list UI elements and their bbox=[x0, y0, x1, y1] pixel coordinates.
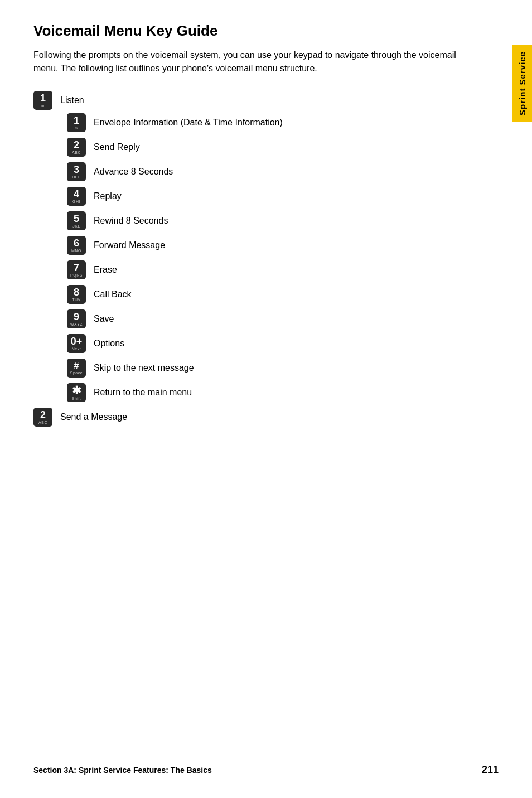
key-sub: ∞ bbox=[75, 126, 78, 130]
intro-text: Following the prompts on the voicemail s… bbox=[33, 49, 468, 75]
key-button: 2 ABC bbox=[67, 138, 86, 157]
key-sub: Space bbox=[70, 371, 83, 375]
key-sub: DEF bbox=[72, 175, 81, 179]
sub-level-item: 1 ∞ Envelope Information (Date & Time In… bbox=[67, 113, 499, 132]
key-main: 9 bbox=[74, 312, 79, 322]
key-main: 1 bbox=[74, 115, 79, 125]
item-label: Options bbox=[94, 338, 124, 349]
item-label: Replay bbox=[94, 191, 122, 201]
key-button: 9 WXYZ bbox=[67, 309, 86, 328]
key-sub: Shift bbox=[72, 396, 81, 400]
sub-level-item: 8 TUV Call Back bbox=[67, 285, 499, 304]
key-button: 4 GHI bbox=[67, 187, 86, 206]
key-main: 8 bbox=[74, 287, 79, 297]
key-main: # bbox=[74, 361, 79, 370]
page-container: Sprint Service Voicemail Menu Key Guide … bbox=[0, 0, 532, 798]
item-label: Erase bbox=[94, 265, 117, 275]
item-label: Envelope Information (Date & Time Inform… bbox=[94, 118, 283, 128]
sub-level-item: 9 WXYZ Save bbox=[67, 309, 499, 328]
key-button: 3 DEF bbox=[67, 162, 86, 181]
item-label: Send Reply bbox=[94, 142, 140, 152]
item-label: Save bbox=[94, 314, 114, 324]
key-main: 2 bbox=[40, 410, 46, 420]
footer: Section 3A: Sprint Service Features: The… bbox=[0, 758, 532, 776]
sub-level-item: ✱ Shift Return to the main menu bbox=[67, 383, 499, 402]
key-sub: PQRS bbox=[70, 273, 83, 277]
key-sub: Next bbox=[72, 347, 81, 351]
top-level-item: 2 ABC Send a Message bbox=[33, 408, 499, 427]
key-sub: MNO bbox=[71, 249, 81, 253]
key-main: 3 bbox=[74, 165, 79, 175]
key-sub: ∞ bbox=[41, 104, 45, 108]
menu-list: 1 ∞ Listen 1 ∞ Envelope Information (Dat… bbox=[33, 91, 499, 427]
key-button: 5 JKL bbox=[67, 211, 86, 230]
sub-level-item: 0+ Next Options bbox=[67, 334, 499, 353]
sub-level-item: 2 ABC Send Reply bbox=[67, 138, 499, 157]
sprint-tab: Sprint Service bbox=[512, 45, 532, 122]
key-main: 4 bbox=[74, 189, 79, 199]
key-sub: JKL bbox=[72, 224, 80, 228]
key-button: 1 ∞ bbox=[33, 91, 52, 110]
item-label: Skip to the next message bbox=[94, 363, 194, 373]
footer-page-number: 211 bbox=[482, 764, 499, 776]
key-button: 7 PQRS bbox=[67, 260, 86, 279]
item-label: Forward Message bbox=[94, 240, 165, 250]
top-level-item: 1 ∞ Listen bbox=[33, 91, 499, 110]
key-button: 6 MNO bbox=[67, 236, 86, 255]
sub-level-item: 4 GHI Replay bbox=[67, 187, 499, 206]
item-label: Listen bbox=[60, 95, 84, 105]
sub-level-item: 3 DEF Advance 8 Seconds bbox=[67, 162, 499, 181]
item-label: Rewind 8 Seconds bbox=[94, 216, 168, 226]
key-button: 1 ∞ bbox=[67, 113, 86, 132]
item-label: Send a Message bbox=[60, 412, 127, 422]
key-main: 6 bbox=[74, 238, 79, 248]
key-sub: WXYZ bbox=[70, 322, 83, 326]
key-button: # Space bbox=[67, 359, 86, 378]
item-label: Call Back bbox=[94, 289, 132, 299]
key-sub: TUV bbox=[72, 298, 81, 302]
page-title: Voicemail Menu Key Guide bbox=[33, 22, 499, 40]
item-label: Return to the main menu bbox=[94, 388, 192, 398]
key-sub: GHI bbox=[72, 200, 80, 204]
key-button: 0+ Next bbox=[67, 334, 86, 353]
key-main: ✱ bbox=[72, 385, 81, 396]
sub-level-item: 6 MNO Forward Message bbox=[67, 236, 499, 255]
key-main: 5 bbox=[74, 214, 79, 224]
key-button: 2 ABC bbox=[33, 408, 52, 427]
key-main: 0+ bbox=[71, 336, 83, 346]
sub-level-item: 5 JKL Rewind 8 Seconds bbox=[67, 211, 499, 230]
sub-level-item: 7 PQRS Erase bbox=[67, 260, 499, 279]
item-label: Advance 8 Seconds bbox=[94, 167, 173, 177]
key-main: 7 bbox=[74, 263, 79, 273]
key-main: 1 bbox=[40, 93, 46, 103]
sub-level-item: # Space Skip to the next message bbox=[67, 359, 499, 378]
key-sub: ABC bbox=[72, 151, 81, 154]
key-sub: ABC bbox=[38, 420, 47, 424]
key-button: 8 TUV bbox=[67, 285, 86, 304]
footer-section-label: Section 3A: Sprint Service Features: The… bbox=[33, 766, 212, 775]
key-main: 2 bbox=[74, 140, 79, 150]
key-button: ✱ Shift bbox=[67, 383, 86, 402]
sprint-tab-label: Sprint Service bbox=[518, 51, 527, 115]
